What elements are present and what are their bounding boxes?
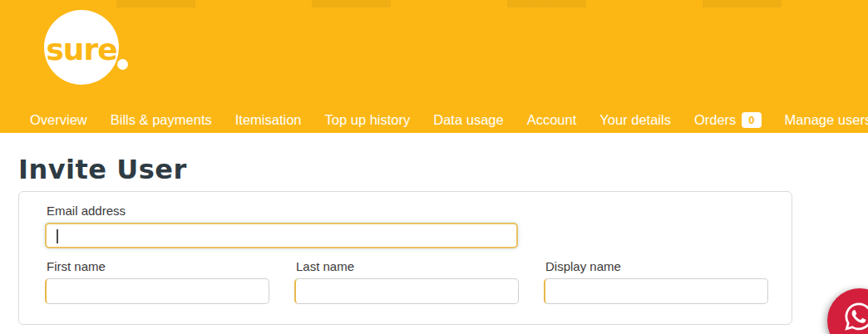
- sure-logo[interactable]: sure: [44, 10, 136, 89]
- display-name-label: Display name: [544, 259, 768, 273]
- logo-text: sure: [46, 29, 116, 66]
- email-field-group: Email address: [45, 204, 792, 248]
- nav-item-top-up-history[interactable]: Top up history: [325, 112, 411, 128]
- nav-item-itemisation[interactable]: Itemisation: [235, 112, 302, 128]
- nav-item-overview[interactable]: Overview: [30, 112, 87, 128]
- logo-dot: [117, 59, 128, 70]
- nav-item-data-usage[interactable]: Data usage: [433, 112, 503, 128]
- whatsapp-chat-button[interactable]: [827, 288, 868, 334]
- orders-count-badge: 0: [742, 112, 761, 128]
- email-address-label: Email address: [45, 204, 792, 218]
- nav-item-manage-users[interactable]: Manage users: [785, 112, 868, 128]
- name-fields-row: First name Last name Display name: [45, 259, 792, 304]
- first-name-field-group: First name: [45, 259, 269, 304]
- browser-tab-artifacts: [0, 0, 868, 7]
- nav-item-orders-label: Orders: [694, 112, 736, 128]
- site-header: sure Overview Bills & payments Itemisati…: [0, 0, 868, 133]
- text-caret: [57, 229, 58, 243]
- email-address-input[interactable]: [45, 223, 518, 248]
- logo-circle: sure: [44, 10, 119, 85]
- display-name-field-group: Display name: [544, 259, 768, 304]
- nav-item-your-details[interactable]: Your details: [599, 112, 671, 128]
- display-name-input[interactable]: [544, 278, 768, 304]
- first-name-label: First name: [45, 259, 269, 273]
- last-name-input[interactable]: [294, 278, 519, 304]
- last-name-field-group: Last name: [294, 259, 519, 304]
- last-name-label: Last name: [294, 259, 519, 273]
- primary-nav: Overview Bills & payments Itemisation To…: [30, 109, 868, 130]
- page-title: Invite User: [18, 154, 868, 185]
- nav-item-orders[interactable]: Orders 0: [694, 112, 762, 128]
- first-name-input[interactable]: [45, 278, 269, 304]
- nav-item-bills-payments[interactable]: Bills & payments: [111, 112, 212, 128]
- nav-item-account[interactable]: Account: [527, 112, 577, 128]
- invite-user-form-card: Email address First name Last name Displ…: [18, 191, 792, 325]
